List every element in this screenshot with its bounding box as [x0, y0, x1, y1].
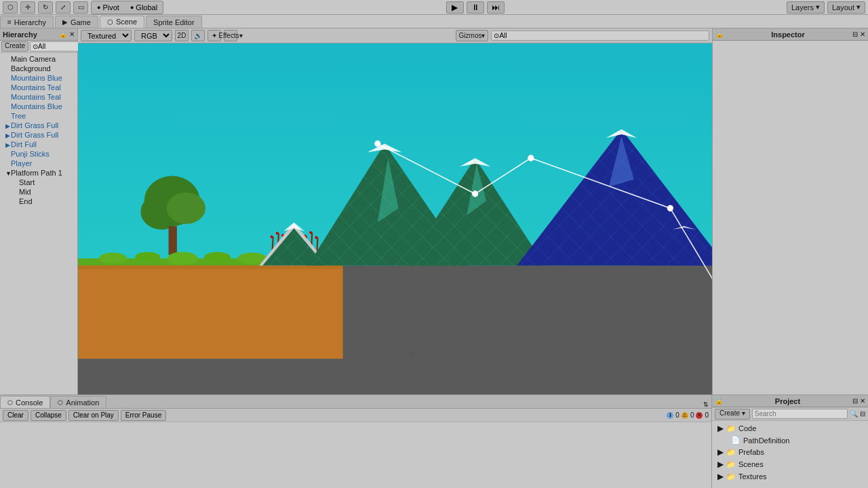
inspector-lock-icon[interactable]: 🔒	[715, 30, 724, 38]
list-item[interactable]: Mountains Blue	[0, 73, 77, 83]
audio-btn[interactable]: 🔊	[191, 30, 205, 41]
error-pause-button[interactable]: Error Pause	[121, 410, 166, 421]
collapse-button[interactable]: Collapse	[31, 410, 66, 421]
console-tab[interactable]: ⬡ Console	[0, 396, 50, 408]
svg-point-55	[667, 205, 673, 211]
list-item[interactable]: Mountains Teal	[0, 92, 77, 102]
gizmos-dropdown[interactable]: Gizmos ▾	[456, 30, 489, 41]
rgb-dropdown[interactable]: RGB	[134, 30, 172, 41]
scene-toolbar: Textured RGB 2D 🔊 ✦ Effects ▾ Gizmos ▾	[78, 28, 712, 43]
project-header-icons: ⊟ ✕	[852, 397, 865, 405]
project-options-icon[interactable]: ⊟	[852, 397, 858, 405]
global-radio: ●	[130, 4, 134, 11]
project-search-input[interactable]	[752, 409, 848, 419]
unity-logo-btn[interactable]: ⬡	[3, 1, 18, 14]
folder-expand-icon: ▶	[717, 424, 724, 433]
svg-point-30	[276, 232, 279, 235]
game-tab[interactable]: ▶ Game	[55, 16, 98, 28]
list-item[interactable]: Mountains Teal	[0, 83, 77, 92]
svg-point-37	[315, 236, 317, 239]
move-tool-btn[interactable]: ✛	[20, 1, 35, 14]
play-button[interactable]: ▶	[446, 1, 464, 14]
textures-expand-icon: ▶	[717, 472, 724, 481]
pivot-global-toggle: ● Pivot ● Global	[91, 1, 163, 14]
hierarchy-title: Hierarchy	[3, 30, 37, 39]
scene-tab[interactable]: ⬡ Scene	[100, 16, 144, 28]
project-tree: ▶ 📁 Code 📄 PathDefinition ▶ 📁 Prefabs ▶ …	[712, 421, 868, 488]
hierarchy-tab[interactable]: ≡ Hierarchy	[0, 16, 54, 28]
layers-chevron-icon: ▾	[816, 3, 820, 12]
list-item[interactable]: Background	[0, 64, 77, 73]
textures-folder-icon: 📁	[726, 472, 736, 481]
clear-on-play-button[interactable]: Clear on Play	[68, 410, 119, 421]
rotate-tool-btn[interactable]: ↻	[38, 1, 53, 14]
prefabs-folder-icon: 📁	[726, 448, 736, 457]
list-item[interactable]: ▶Dirt Grass Full	[0, 130, 77, 140]
bottom-panel-resize-icon[interactable]: ⇅	[701, 401, 711, 408]
inspector-options-icon[interactable]: ⊟	[852, 30, 858, 38]
list-item[interactable]: Player	[0, 159, 77, 168]
effects-btn[interactable]: Effects ▾	[224, 30, 237, 41]
project-create-dropdown[interactable]: Create ▾	[715, 409, 750, 420]
project-close-icon[interactable]: ✕	[860, 397, 865, 405]
project-search-icon[interactable]: 🔍	[850, 410, 858, 418]
info-status-dot: ℹ	[667, 412, 673, 419]
warn-count: 0	[690, 411, 694, 419]
global-btn[interactable]: ● Global	[125, 1, 163, 14]
animation-tab[interactable]: ⬡ Animation	[50, 396, 106, 408]
file-icon: 📄	[731, 436, 741, 445]
list-item[interactable]: Punji Sticks	[0, 149, 77, 159]
hierarchy-close-icon[interactable]: ✕	[69, 30, 75, 38]
project-folder-code[interactable]: ▶ 📁 Code	[715, 422, 865, 434]
project-file-path-def[interactable]: 📄 PathDefinition	[715, 434, 865, 446]
svg-point-53	[473, 191, 478, 197]
hierarchy-create-dropdown[interactable]: Create	[1, 41, 28, 52]
hierarchy-lock-icon[interactable]: 🔒	[59, 30, 67, 38]
list-item[interactable]: ▶Dirt Grass Full	[0, 121, 77, 130]
inspector-header: 🔒 Inspector ⊟ ✕	[713, 28, 868, 41]
svg-point-16	[204, 252, 231, 264]
svg-point-54	[528, 155, 534, 161]
hierarchy-header: Hierarchy 🔒 ✕	[0, 28, 77, 41]
scene-tab-icon: ⬡	[107, 18, 113, 26]
clear-button[interactable]: Clear	[3, 410, 28, 421]
platform-path-1-item[interactable]: ▼Platform Path 1	[0, 168, 77, 178]
project-title: Project	[775, 397, 800, 405]
svg-point-52	[375, 141, 380, 146]
toolbar-right-area: Layers ▾ Layout ▾	[787, 1, 865, 14]
hierarchy-tab-icon: ≡	[7, 18, 12, 26]
sprite-editor-tab[interactable]: Sprite Editor	[146, 16, 202, 28]
pause-button[interactable]: ⏸	[467, 1, 484, 14]
bottom-tabs: ⬡ Console ⬡ Animation ⇅	[0, 395, 711, 409]
list-item[interactable]: End	[0, 197, 77, 206]
2d-btn[interactable]: 2D	[175, 30, 189, 41]
project-folder-textures[interactable]: ▶ 📁 Textures	[715, 470, 865, 483]
svg-point-8	[166, 192, 205, 224]
hierarchy-header-icons: 🔒 ✕	[59, 30, 75, 38]
list-item[interactable]: Mountains Blue	[0, 102, 77, 111]
layout-dropdown[interactable]: Layout ▾	[827, 1, 865, 14]
bottom-area: ⬡ Console ⬡ Animation ⇅ Clear Collapse C…	[0, 394, 868, 488]
rect-tool-btn[interactable]: ▭	[73, 1, 88, 14]
list-item[interactable]: Mid	[0, 187, 77, 197]
svg-point-36	[309, 231, 312, 234]
list-item[interactable]: Tree	[0, 111, 77, 121]
project-folder-scenes[interactable]: ▶ 📁 Scenes	[715, 458, 865, 470]
list-item[interactable]: Start	[0, 178, 77, 187]
scenes-expand-icon: ▶	[717, 460, 724, 469]
layers-dropdown[interactable]: Layers ▾	[787, 1, 825, 14]
scene-search-input[interactable]	[491, 30, 709, 41]
list-item[interactable]: ▶Dirt Full	[0, 140, 77, 149]
project-folder-prefabs[interactable]: ▶ 📁 Prefabs	[715, 446, 865, 458]
scene-canvas[interactable]	[78, 43, 712, 394]
pivot-btn[interactable]: ● Pivot	[92, 1, 125, 14]
textured-dropdown[interactable]: Textured	[81, 30, 132, 41]
list-item[interactable]: Main Camera	[0, 54, 77, 64]
project-options-btn[interactable]: ⊟	[860, 410, 865, 418]
hierarchy-panel: Hierarchy 🔒 ✕ Create Main Camera Backgro…	[0, 28, 78, 394]
layout-chevron-icon: ▾	[856, 3, 861, 12]
scale-tool-btn[interactable]: ⤢	[56, 1, 71, 14]
inspector-close-icon[interactable]: ✕	[860, 30, 865, 38]
step-button[interactable]: ⏭	[487, 1, 505, 14]
project-lock-icon[interactable]: 🔒	[715, 397, 723, 405]
